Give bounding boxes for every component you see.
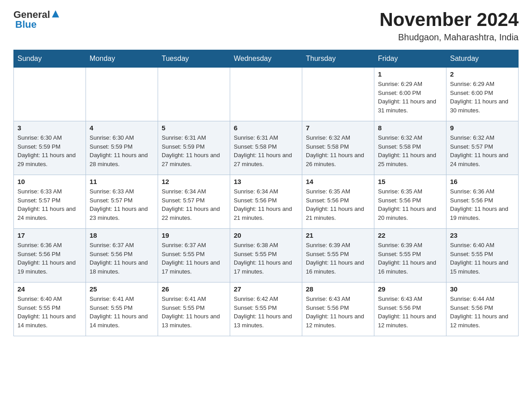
calendar-cell: 21Sunrise: 6:39 AMSunset: 5:55 PMDayligh… <box>302 229 374 283</box>
weekday-header-thursday: Thursday <box>302 50 374 68</box>
logo-blue: Blue <box>15 19 60 30</box>
day-number: 3 <box>17 124 82 132</box>
day-number: 5 <box>162 124 226 132</box>
day-number: 14 <box>306 178 370 185</box>
logo-triangle-icon <box>51 9 60 18</box>
day-number: 6 <box>234 124 298 132</box>
day-info: Sunrise: 6:38 AMSunset: 5:55 PMDaylight:… <box>234 241 298 276</box>
day-number: 13 <box>234 178 298 185</box>
calendar-cell: 4Sunrise: 6:30 AMSunset: 5:59 PMDaylight… <box>86 121 158 175</box>
day-number: 29 <box>378 285 442 293</box>
page-header: General Blue November 2024 Bhudgaon, Mah… <box>13 9 519 43</box>
weekday-header-saturday: Saturday <box>446 50 519 68</box>
calendar-cell: 6Sunrise: 6:31 AMSunset: 5:58 PMDaylight… <box>230 121 302 175</box>
day-number: 21 <box>306 231 370 239</box>
week-row-4: 17Sunrise: 6:36 AMSunset: 5:56 PMDayligh… <box>14 229 519 283</box>
calendar-cell: 29Sunrise: 6:43 AMSunset: 5:56 PMDayligh… <box>374 283 446 336</box>
day-info: Sunrise: 6:39 AMSunset: 5:55 PMDaylight:… <box>306 241 370 276</box>
calendar-cell: 24Sunrise: 6:40 AMSunset: 5:55 PMDayligh… <box>14 283 86 336</box>
day-number: 23 <box>450 231 515 239</box>
day-info: Sunrise: 6:40 AMSunset: 5:55 PMDaylight:… <box>17 295 82 330</box>
day-info: Sunrise: 6:31 AMSunset: 5:59 PMDaylight:… <box>162 133 226 168</box>
day-number: 4 <box>90 124 154 132</box>
calendar-cell: 30Sunrise: 6:44 AMSunset: 5:56 PMDayligh… <box>446 283 519 336</box>
day-info: Sunrise: 6:36 AMSunset: 5:56 PMDaylight:… <box>17 241 82 276</box>
calendar-cell: 19Sunrise: 6:37 AMSunset: 5:55 PMDayligh… <box>158 229 230 283</box>
calendar-cell: 15Sunrise: 6:35 AMSunset: 5:56 PMDayligh… <box>374 175 446 229</box>
weekday-header-monday: Monday <box>86 50 158 68</box>
calendar-cell <box>86 68 158 121</box>
weekday-header-wednesday: Wednesday <box>230 50 302 68</box>
calendar-cell <box>230 68 302 121</box>
day-info: Sunrise: 6:29 AMSunset: 6:00 PMDaylight:… <box>378 80 442 115</box>
day-info: Sunrise: 6:42 AMSunset: 5:55 PMDaylight:… <box>234 295 298 330</box>
calendar-cell: 27Sunrise: 6:42 AMSunset: 5:55 PMDayligh… <box>230 283 302 336</box>
calendar-cell <box>158 68 230 121</box>
day-info: Sunrise: 6:35 AMSunset: 5:56 PMDaylight:… <box>306 187 370 222</box>
calendar-cell: 28Sunrise: 6:43 AMSunset: 5:56 PMDayligh… <box>302 283 374 336</box>
day-info: Sunrise: 6:30 AMSunset: 5:59 PMDaylight:… <box>90 133 154 168</box>
calendar-cell: 10Sunrise: 6:33 AMSunset: 5:57 PMDayligh… <box>14 175 86 229</box>
day-number: 26 <box>162 285 226 293</box>
day-info: Sunrise: 6:33 AMSunset: 5:57 PMDaylight:… <box>90 187 154 222</box>
calendar-cell: 11Sunrise: 6:33 AMSunset: 5:57 PMDayligh… <box>86 175 158 229</box>
svg-marker-0 <box>52 10 59 17</box>
calendar-cell: 3Sunrise: 6:30 AMSunset: 5:59 PMDaylight… <box>14 121 86 175</box>
calendar-cell: 18Sunrise: 6:37 AMSunset: 5:56 PMDayligh… <box>86 229 158 283</box>
calendar-cell: 17Sunrise: 6:36 AMSunset: 5:56 PMDayligh… <box>14 229 86 283</box>
calendar-cell: 13Sunrise: 6:34 AMSunset: 5:56 PMDayligh… <box>230 175 302 229</box>
day-number: 22 <box>378 231 442 239</box>
day-info: Sunrise: 6:44 AMSunset: 5:56 PMDaylight:… <box>450 295 515 330</box>
day-number: 1 <box>378 70 442 78</box>
calendar-cell: 7Sunrise: 6:32 AMSunset: 5:58 PMDaylight… <box>302 121 374 175</box>
calendar-cell: 20Sunrise: 6:38 AMSunset: 5:55 PMDayligh… <box>230 229 302 283</box>
day-info: Sunrise: 6:31 AMSunset: 5:58 PMDaylight:… <box>234 133 298 168</box>
calendar-cell: 23Sunrise: 6:40 AMSunset: 5:55 PMDayligh… <box>446 229 519 283</box>
calendar-cell: 2Sunrise: 6:29 AMSunset: 6:00 PMDaylight… <box>446 68 519 121</box>
logo: General Blue <box>13 9 60 30</box>
day-number: 30 <box>450 285 515 293</box>
day-number: 18 <box>90 231 154 239</box>
day-info: Sunrise: 6:33 AMSunset: 5:57 PMDaylight:… <box>17 187 82 222</box>
calendar-cell: 5Sunrise: 6:31 AMSunset: 5:59 PMDaylight… <box>158 121 230 175</box>
title-section: November 2024 Bhudgaon, Maharashtra, Ind… <box>379 9 519 43</box>
day-number: 20 <box>234 231 298 239</box>
day-info: Sunrise: 6:30 AMSunset: 5:59 PMDaylight:… <box>17 133 82 168</box>
calendar-cell: 12Sunrise: 6:34 AMSunset: 5:57 PMDayligh… <box>158 175 230 229</box>
day-info: Sunrise: 6:40 AMSunset: 5:55 PMDaylight:… <box>450 241 515 276</box>
calendar-cell: 8Sunrise: 6:32 AMSunset: 5:58 PMDaylight… <box>374 121 446 175</box>
day-info: Sunrise: 6:37 AMSunset: 5:56 PMDaylight:… <box>90 241 154 276</box>
location: Bhudgaon, Maharashtra, India <box>379 32 519 43</box>
day-number: 12 <box>162 178 226 185</box>
day-number: 17 <box>17 231 82 239</box>
day-number: 19 <box>162 231 226 239</box>
weekday-header-row: SundayMondayTuesdayWednesdayThursdayFrid… <box>14 50 519 68</box>
day-info: Sunrise: 6:29 AMSunset: 6:00 PMDaylight:… <box>450 80 515 115</box>
calendar-cell: 1Sunrise: 6:29 AMSunset: 6:00 PMDaylight… <box>374 68 446 121</box>
day-info: Sunrise: 6:32 AMSunset: 5:58 PMDaylight:… <box>378 133 442 168</box>
weekday-header-tuesday: Tuesday <box>158 50 230 68</box>
day-number: 2 <box>450 70 515 78</box>
day-info: Sunrise: 6:39 AMSunset: 5:55 PMDaylight:… <box>378 241 442 276</box>
week-row-2: 3Sunrise: 6:30 AMSunset: 5:59 PMDaylight… <box>14 121 519 175</box>
day-info: Sunrise: 6:43 AMSunset: 5:56 PMDaylight:… <box>306 295 370 330</box>
day-number: 11 <box>90 178 154 185</box>
calendar-cell: 14Sunrise: 6:35 AMSunset: 5:56 PMDayligh… <box>302 175 374 229</box>
day-number: 9 <box>450 124 515 132</box>
day-info: Sunrise: 6:36 AMSunset: 5:56 PMDaylight:… <box>450 187 515 222</box>
calendar-cell: 9Sunrise: 6:32 AMSunset: 5:57 PMDaylight… <box>446 121 519 175</box>
day-info: Sunrise: 6:32 AMSunset: 5:58 PMDaylight:… <box>306 133 370 168</box>
day-number: 10 <box>17 178 82 185</box>
day-info: Sunrise: 6:37 AMSunset: 5:55 PMDaylight:… <box>162 241 226 276</box>
day-info: Sunrise: 6:41 AMSunset: 5:55 PMDaylight:… <box>162 295 226 330</box>
day-number: 25 <box>90 285 154 293</box>
day-number: 28 <box>306 285 370 293</box>
calendar-cell: 26Sunrise: 6:41 AMSunset: 5:55 PMDayligh… <box>158 283 230 336</box>
weekday-header-sunday: Sunday <box>14 50 86 68</box>
day-number: 8 <box>378 124 442 132</box>
day-number: 7 <box>306 124 370 132</box>
week-row-3: 10Sunrise: 6:33 AMSunset: 5:57 PMDayligh… <box>14 175 519 229</box>
week-row-5: 24Sunrise: 6:40 AMSunset: 5:55 PMDayligh… <box>14 283 519 336</box>
day-number: 16 <box>450 178 515 185</box>
weekday-header-friday: Friday <box>374 50 446 68</box>
